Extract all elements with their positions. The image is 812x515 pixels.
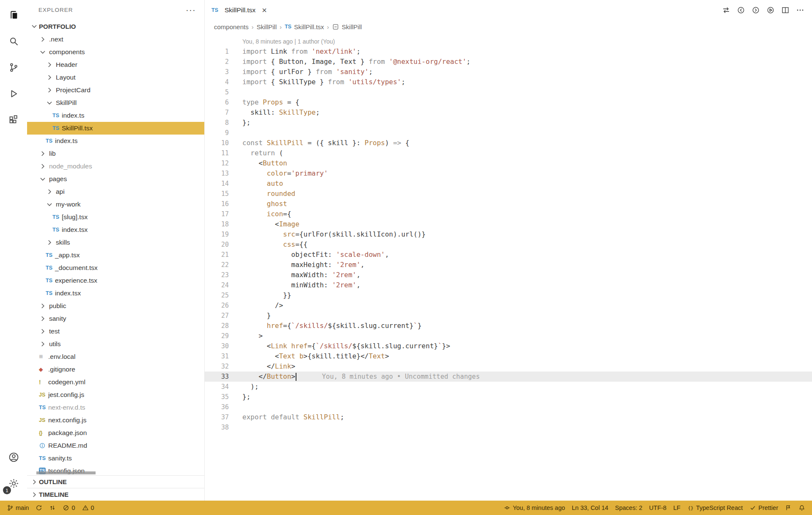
code-line-3[interactable]: 3import { urlFor } from 'sanity'; xyxy=(205,67,812,77)
tree-item-utils[interactable]: utils xyxy=(27,338,204,350)
code-editor[interactable]: You, 8 minutes ago | 1 author (You) 1imp… xyxy=(205,33,812,501)
tree-item-slug.tsx[interactable]: TS[slug].tsx xyxy=(27,211,204,223)
activity-settings-button[interactable]: 1 xyxy=(0,470,27,496)
tree-item-_app.tsx[interactable]: TS_app.tsx xyxy=(27,249,204,262)
tree-item-ProjectCard[interactable]: ProjectCard xyxy=(27,84,204,96)
tree-item-.next[interactable]: .next xyxy=(27,33,204,46)
tree-item-.gitignore[interactable]: ◆.gitignore xyxy=(27,363,204,376)
tree-item-test[interactable]: test xyxy=(27,325,204,338)
tree-item-jest.config.js[interactable]: JSjest.config.js xyxy=(27,388,204,401)
status-indentation[interactable]: Spaces: 2 xyxy=(612,501,646,515)
activity-explorer-button[interactable] xyxy=(0,2,27,28)
breadcrumb-item-components[interactable]: components xyxy=(214,23,249,30)
code-line-27[interactable]: 27 } xyxy=(205,311,812,321)
code-line-1[interactable]: 1import Link from 'next/link'; xyxy=(205,47,812,57)
code-line-36[interactable]: 36 xyxy=(205,402,812,412)
code-line-26[interactable]: 26 /> xyxy=(205,300,812,311)
tree-item-next.config.js[interactable]: JSnext.config.js xyxy=(27,414,204,427)
breadcrumb-item-SkillPill.tsx[interactable]: TSSkillPill.tsx xyxy=(285,23,324,30)
status-notifications[interactable] xyxy=(795,501,809,515)
code-line-4[interactable]: 4import { SkillType } from 'utils/types'… xyxy=(205,77,812,87)
code-line-34[interactable]: 34 ); xyxy=(205,382,812,392)
tree-item-SkillPill.tsx[interactable]: TSSkillPill.tsx xyxy=(27,122,204,135)
tree-item-Layout[interactable]: Layout xyxy=(27,71,204,84)
tree-item-index.tsx[interactable]: TSindex.tsx xyxy=(27,223,204,236)
tree-item-Header[interactable]: Header xyxy=(27,58,204,71)
status-eol[interactable]: LF xyxy=(670,501,684,515)
status-formatter[interactable]: Prettier xyxy=(746,501,782,515)
code-line-21[interactable]: 21 objectFit: 'scale-down', xyxy=(205,250,812,260)
breadcrumb-item-SkillPill[interactable]: SkillPill xyxy=(257,23,277,30)
more-actions-icon[interactable] xyxy=(796,6,804,14)
code-line-20[interactable]: 20 css={{ xyxy=(205,240,812,250)
breadcrumb-item-SkillPill[interactable]: SkillPill xyxy=(332,23,362,30)
code-line-14[interactable]: 14 auto xyxy=(205,179,812,189)
code-line-16[interactable]: 16 ghost xyxy=(205,199,812,209)
code-line-9[interactable]: 9 xyxy=(205,128,812,138)
activity-run-debug-button[interactable] xyxy=(0,80,27,107)
section-timeline[interactable]: TIMELINE xyxy=(27,488,204,501)
code-line-5[interactable]: 5 xyxy=(205,87,812,97)
tree-item-codegen.yml[interactable]: !codegen.yml xyxy=(27,376,204,388)
status-cursor-position[interactable]: Ln 33, Col 14 xyxy=(568,501,612,515)
code-line-6[interactable]: 6type Props = { xyxy=(205,97,812,107)
status-warnings[interactable]: 0 xyxy=(79,501,98,515)
code-line-23[interactable]: 23 maxWidth: '2rem', xyxy=(205,270,812,280)
previous-revision-icon[interactable] xyxy=(737,6,745,14)
tree-item-.env.local[interactable]: ≡.env.local xyxy=(27,350,204,363)
sidebar-more-actions-icon[interactable]: ··· xyxy=(186,8,196,12)
activity-account-button[interactable] xyxy=(0,444,27,470)
status-language-mode[interactable]: {}TypeScript React xyxy=(684,501,746,515)
tree-item-pages[interactable]: pages xyxy=(27,173,204,185)
tree-item-index.ts[interactable]: TSindex.ts xyxy=(27,135,204,147)
code-line-24[interactable]: 24 minWidth: '2rem', xyxy=(205,280,812,290)
status-branch[interactable]: main xyxy=(3,501,32,515)
code-line-19[interactable]: 19 src={urlFor(skill.skillIcon).url()} xyxy=(205,229,812,240)
tree-item-skills[interactable]: skills xyxy=(27,236,204,249)
code-line-2[interactable]: 2import { Button, Image, Text } from '@n… xyxy=(205,57,812,67)
code-line-33[interactable]: 33 </Button>You, 8 minutes ago • Uncommi… xyxy=(205,372,812,382)
open-changes-icon[interactable] xyxy=(722,6,730,14)
activity-source-control-button[interactable] xyxy=(0,54,27,80)
tree-item-node_modules[interactable]: node_modules xyxy=(27,160,204,173)
code-line-32[interactable]: 32 </Link> xyxy=(205,361,812,372)
code-line-13[interactable]: 13 color='primary' xyxy=(205,168,812,179)
code-line-30[interactable]: 30 <Link href={`/skills/${skill.slug.cur… xyxy=(205,341,812,351)
tree-item-lib[interactable]: lib xyxy=(27,147,204,160)
tab-SkillPill.tsx[interactable]: TSSkillPill.tsx× xyxy=(205,0,274,20)
code-line-37[interactable]: 37export default SkillPill; xyxy=(205,412,812,422)
code-line-8[interactable]: 8}; xyxy=(205,118,812,128)
section-outline[interactable]: OUTLINE xyxy=(27,475,204,488)
tree-item-sanity.ts[interactable]: TSsanity.ts xyxy=(27,452,204,465)
tree-item-index.tsx[interactable]: TSindex.tsx xyxy=(27,287,204,300)
tree-item-sanity[interactable]: sanity xyxy=(27,312,204,325)
next-revision-icon[interactable] xyxy=(752,6,760,14)
activity-extensions-button[interactable] xyxy=(0,107,27,133)
tree-horizontal-scrollbar[interactable] xyxy=(36,471,96,474)
code-line-29[interactable]: 29 > xyxy=(205,331,812,341)
tree-item-components[interactable]: components xyxy=(27,46,204,58)
tree-item-package.json[interactable]: {}package.json xyxy=(27,427,204,439)
code-line-17[interactable]: 17 icon={ xyxy=(205,209,812,219)
code-line-35[interactable]: 35}; xyxy=(205,392,812,402)
tree-item-my-work[interactable]: my-work xyxy=(27,198,204,211)
section-portfolio[interactable]: PORTFOLIO xyxy=(27,19,204,33)
code-line-12[interactable]: 12 <Button xyxy=(205,158,812,168)
status-sync[interactable] xyxy=(32,501,46,515)
split-editor-icon[interactable] xyxy=(781,6,790,14)
code-line-7[interactable]: 7 skill: SkillType; xyxy=(205,107,812,118)
tree-item-README.md[interactable]: README.md xyxy=(27,439,204,452)
close-icon[interactable]: × xyxy=(262,6,267,14)
code-line-31[interactable]: 31 <Text b>{skill.title}</Text> xyxy=(205,351,812,361)
code-line-15[interactable]: 15 rounded xyxy=(205,189,812,199)
status-compare[interactable] xyxy=(46,501,59,515)
code-line-25[interactable]: 25 }} xyxy=(205,290,812,300)
code-line-22[interactable]: 22 maxHeight: '2rem', xyxy=(205,260,812,270)
activity-search-button[interactable] xyxy=(0,28,27,54)
code-line-38[interactable]: 38 xyxy=(205,422,812,432)
tree-item-api[interactable]: api xyxy=(27,185,204,198)
status-encoding[interactable]: UTF-8 xyxy=(646,501,670,515)
status-errors[interactable]: 0 xyxy=(59,501,78,515)
code-line-28[interactable]: 28 href={`/skills/${skill.slug.current}`… xyxy=(205,321,812,331)
run-icon[interactable] xyxy=(766,6,775,14)
